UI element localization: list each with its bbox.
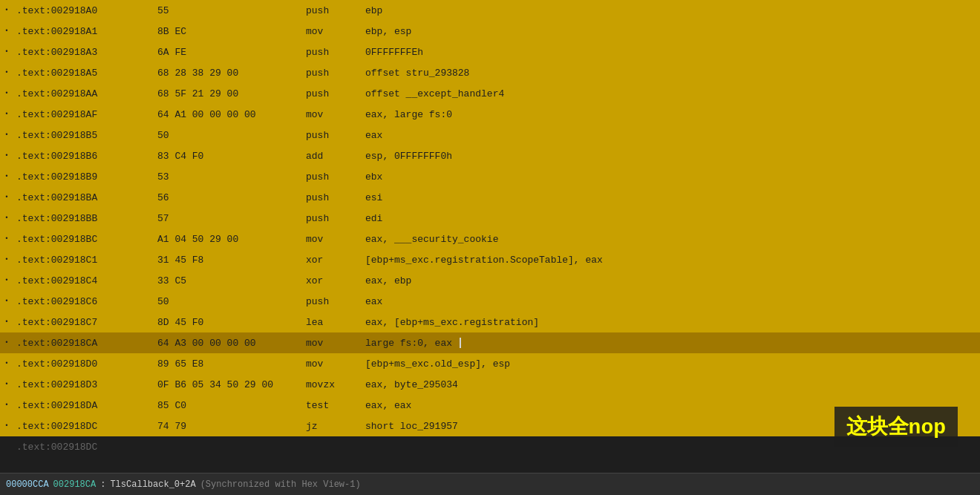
row-mnemonic: push (303, 5, 362, 16)
row-bytes: 50 (154, 296, 303, 307)
row-operands: eax, ebp (362, 275, 980, 286)
row-mnemonic: push (303, 47, 362, 58)
table-row[interactable]: •.text:002918C78D 45 F0leaeax, [ebp+ms_e… (0, 312, 980, 332)
row-address: .text:002918B9 (13, 171, 154, 183)
row-bytes: 6A FE (154, 47, 303, 58)
table-row[interactable]: •.text:002918D30F B6 05 34 50 29 00movzx… (0, 374, 980, 395)
rows-container: •.text:002918A055pushebp•.text:002918A18… (0, 0, 980, 457)
table-row[interactable]: •.text:002918B953pushebx (0, 166, 980, 187)
row-mnemonic: xor (303, 255, 362, 266)
status-sync: (Synchronized with Hex View-1) (200, 479, 361, 490)
row-address: .text:002918BB (13, 213, 154, 224)
row-operands: [ebp+ms_exc.registration.ScopeTable], ea… (362, 255, 980, 266)
row-address: .text:002918AA (13, 88, 154, 99)
row-bytes: 8D 45 F0 (154, 317, 303, 328)
row-bullet: • (0, 90, 13, 97)
row-address: .text:002918AF (13, 109, 154, 120)
row-operands: 0FFFFFFFEh (362, 47, 980, 58)
row-operands: eax, large fs:0 (362, 109, 980, 120)
table-row[interactable]: •.text:002918BB57pushedi (0, 208, 980, 229)
row-bytes: 33 C5 (154, 275, 303, 286)
row-address: .text:002918A0 (13, 5, 154, 16)
table-row[interactable]: •.text:002918BCA1 04 50 29 00moveax, ___… (0, 229, 980, 249)
status-label: TlsCallback_0+2A (110, 479, 195, 490)
row-mnemonic: test (303, 400, 362, 411)
row-bullet: • (0, 7, 13, 14)
row-address: .text:002918C6 (13, 296, 154, 307)
table-row[interactable]: .text:002918DC (0, 436, 980, 457)
status-bar: 00000CCA 002918CA : TlsCallback_0+2A (Sy… (0, 473, 980, 495)
row-address: .text:002918CA (13, 338, 154, 349)
row-address: .text:002918B5 (13, 130, 154, 141)
row-bytes: 50 (154, 130, 303, 141)
row-bullet: • (0, 152, 13, 160)
row-operands: eax (362, 296, 980, 307)
row-bytes: 74 79 (154, 421, 303, 432)
row-address: .text:002918A5 (13, 68, 154, 79)
row-operands: eax, byte_295034 (362, 379, 980, 390)
main-container: •.text:002918A055pushebp•.text:002918A18… (0, 0, 980, 495)
table-row[interactable]: •.text:002918A055pushebp (0, 0, 980, 21)
row-bytes: A1 04 50 29 00 (154, 234, 303, 245)
table-row[interactable]: •.text:002918A18B ECmovebp, esp (0, 21, 980, 42)
row-operands: large fs:0, eax (362, 338, 980, 349)
table-row[interactable]: •.text:002918C131 45 F8xor[ebp+ms_exc.re… (0, 249, 980, 270)
disasm-area[interactable]: •.text:002918A055pushebp•.text:002918A18… (0, 0, 980, 473)
table-row[interactable]: •.text:002918BA56pushesi (0, 187, 980, 208)
row-operands: offset stru_293828 (362, 68, 980, 79)
row-mnemonic: movzx (303, 379, 362, 390)
status-hex-offset: 00000CCA (6, 479, 49, 490)
status-address: 002918CA (53, 479, 97, 490)
row-bytes: 89 65 E8 (154, 358, 303, 370)
table-row[interactable]: •.text:002918AF64 A1 00 00 00 00moveax, … (0, 104, 980, 125)
row-bullet: • (0, 173, 13, 180)
row-address: .text:002918A3 (13, 47, 154, 58)
row-address: .text:002918DC (13, 421, 154, 432)
row-bytes: 85 C0 (154, 400, 303, 411)
row-mnemonic: jz (303, 421, 362, 432)
row-operands: ebp (362, 5, 980, 16)
row-operands: ebx (362, 171, 980, 183)
row-operands: eax, eax (362, 400, 980, 411)
row-operands: [ebp+ms_exc.old_esp], esp (362, 358, 980, 370)
table-row[interactable]: •.text:002918DC74 79jzshort loc_291957 (0, 416, 980, 436)
row-mnemonic: push (303, 68, 362, 79)
row-mnemonic: push (303, 171, 362, 183)
row-operands: esi (362, 192, 980, 203)
row-bytes: 0F B6 05 34 50 29 00 (154, 379, 303, 390)
row-bullet: • (0, 131, 13, 139)
row-bytes: 64 A3 00 00 00 00 (154, 338, 303, 349)
row-bytes: 53 (154, 171, 303, 183)
row-mnemonic: push (303, 88, 362, 99)
row-address: .text:002918C7 (13, 317, 154, 328)
table-row[interactable]: •.text:002918C650pusheax (0, 291, 980, 312)
row-address: .text:002918DC (13, 442, 154, 453)
row-bullet: • (0, 69, 13, 76)
row-mnemonic: push (303, 213, 362, 224)
row-mnemonic: mov (303, 358, 362, 370)
table-row[interactable]: •.text:002918B683 C4 F0addesp, 0FFFFFFF0… (0, 145, 980, 166)
table-row[interactable]: •.text:002918DA85 C0testeax, eax (0, 395, 980, 416)
row-bullet: • (0, 111, 13, 118)
row-mnemonic: mov (303, 109, 362, 120)
table-row[interactable]: •.text:002918B550pusheax (0, 125, 980, 145)
table-row[interactable]: •.text:002918A36A FEpush0FFFFFFFEh (0, 42, 980, 62)
row-bullet: • (0, 48, 13, 56)
table-row[interactable]: •.text:002918AA68 5F 21 29 00pushoffset … (0, 83, 980, 104)
table-row[interactable]: •.text:002918C433 C5xoreax, ebp (0, 270, 980, 291)
table-row[interactable]: •.text:002918A568 28 38 29 00pushoffset … (0, 62, 980, 83)
row-mnemonic: add (303, 151, 362, 162)
row-bullet: • (0, 401, 13, 409)
row-bytes: 31 45 F8 (154, 255, 303, 266)
row-operands: offset __except_handler4 (362, 88, 980, 99)
row-bullet: • (0, 27, 13, 35)
table-row[interactable]: •.text:002918CA64 A3 00 00 00 00movlarge… (0, 332, 980, 353)
row-address: .text:002918D0 (13, 358, 154, 370)
table-row[interactable]: •.text:002918D089 65 E8mov[ebp+ms_exc.ol… (0, 353, 980, 374)
row-bullet: • (0, 194, 13, 201)
row-address: .text:002918D3 (13, 379, 154, 390)
row-bytes: 56 (154, 192, 303, 203)
row-operands: eax (362, 130, 980, 141)
row-address: .text:002918DA (13, 400, 154, 411)
row-bullet: • (0, 318, 13, 326)
